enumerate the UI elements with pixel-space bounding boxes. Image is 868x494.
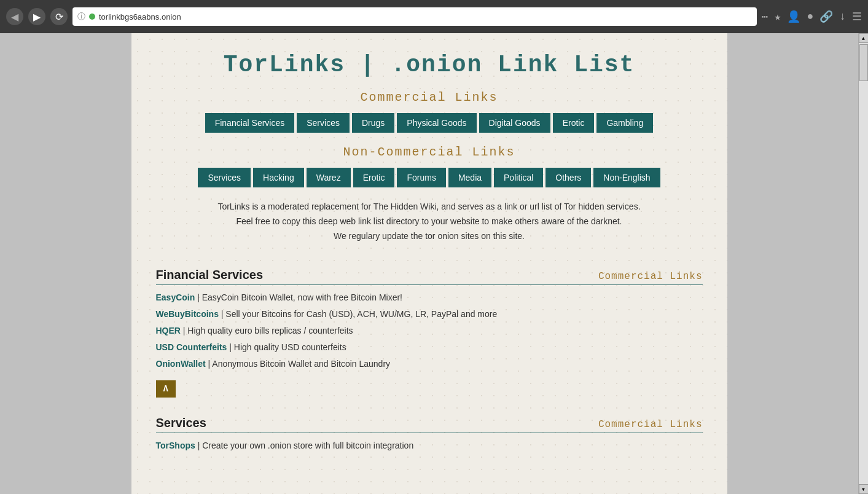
financial-section-label: Commercial Links [598,271,703,282]
nav-services-commercial[interactable]: Services [297,113,350,133]
nav-forums[interactable]: Forums [397,168,445,187]
torshops-link[interactable]: TorShops [156,441,195,450]
desc-line-1: TorLinks is a moderated replacement for … [217,202,640,211]
url-text: torlinkbgs6aabns.onion [99,12,181,22]
services-section-title: Services [156,416,206,430]
hqer-link[interactable]: HQER [156,326,181,335]
extension-icon[interactable]: 🔗 [819,10,833,23]
profile-icon[interactable]: 👤 [787,10,800,23]
ad-box[interactable]: Λ [156,380,176,398]
financial-services-section: Financial Services Commercial Links Easy… [156,268,703,398]
commercial-heading: Commercial Links [156,90,703,104]
nav-erotic-noncommercial[interactable]: Erotic [353,168,395,187]
nav-others[interactable]: Others [545,168,591,187]
list-item: USD Counterfeits | High quality USD coun… [156,341,703,354]
list-item: OnionWallet | Anonymous Bitcoin Wallet a… [156,358,703,370]
browser-toolbar-icons: ⋯ ★ 👤 ● 🔗 ↓ ☰ [762,10,862,23]
onionwallet-desc: | Anonymous Bitcoin Wallet and Bitcoin L… [208,359,391,369]
financial-section-header: Financial Services Commercial Links [156,268,703,285]
page-content: TorLinks | .onion Link List Commercial L… [0,33,858,494]
nav-digital-goods[interactable]: Digital Goods [479,113,550,133]
scrollbar-thumb[interactable] [859,44,868,81]
menu-dots-icon[interactable]: ⋯ [762,10,768,23]
bookmark-icon[interactable]: ★ [775,10,781,23]
nav-media[interactable]: Media [448,168,491,187]
nav-political[interactable]: Political [494,168,543,187]
nav-financial-services[interactable]: Financial Services [205,113,295,133]
nav-drugs[interactable]: Drugs [352,113,394,133]
scrollbar[interactable]: ▲ ▼ [858,33,868,494]
info-icon: ⓘ [77,11,85,22]
secure-dot-icon [89,14,95,20]
scrollbar-down-button[interactable]: ▼ [859,484,869,494]
list-item: HQER | High quality euro bills replicas … [156,324,703,337]
list-item: EasyCoin | EasyCoin Bitcoin Wallet, now … [156,291,703,304]
nav-warez[interactable]: Warez [307,168,351,187]
webuycoin-link[interactable]: WeBuyBitcoins [156,309,219,319]
nav-physical-goods[interactable]: Physical Goods [397,113,476,133]
shield-icon[interactable]: ● [807,10,813,23]
scrollbar-up-button[interactable]: ▲ [859,33,869,43]
site-title: TorLinks | .onion Link List [156,52,703,78]
nav-erotic-commercial[interactable]: Erotic [553,113,595,133]
commercial-nav: Financial Services Services Drugs Physic… [156,113,703,133]
financial-section-title: Financial Services [156,268,264,282]
hqer-desc: | High quality euro bills replicas / cou… [183,326,353,335]
usd-counterfeits-desc: | High quality USD counterfeits [229,342,346,352]
noncommercial-nav: Services Hacking Warez Erotic Forums Med… [156,168,703,187]
back-button[interactable]: ◀ [6,8,23,25]
list-item: WeBuyBitcoins | Sell your Bitcoins for C… [156,308,703,321]
main-container: TorLinks | .onion Link List Commercial L… [131,33,727,494]
list-item: TorShops | Create your own .onion store … [156,439,703,452]
download-icon[interactable]: ↓ [839,10,846,23]
noncommercial-heading: Non-Commercial Links [156,145,703,159]
torshops-desc: | Create your own .onion store with full… [198,441,414,450]
forward-button[interactable]: ▶ [28,8,45,25]
nav-gambling[interactable]: Gambling [596,113,653,133]
reload-button[interactable]: ⟳ [50,8,68,25]
services-section-label: Commercial Links [598,419,703,430]
services-section: Services Commercial Links TorShops | Cre… [156,416,703,452]
nav-non-english[interactable]: Non-English [593,168,660,187]
browser-toolbar: ◀ ▶ ⟳ ⓘ torlinkbgs6aabns.onion ⋯ ★ 👤 ● 🔗… [0,0,868,33]
site-description: TorLinks is a moderated replacement for … [156,200,703,243]
services-section-header: Services Commercial Links [156,416,703,433]
onionwallet-link[interactable]: OnionWallet [156,359,206,369]
usd-counterfeits-link[interactable]: USD Counterfeits [156,342,227,352]
webuybitcoins-desc: | Sell your Bitcoins for Cash (USD), ACH… [221,309,497,319]
hamburger-icon[interactable]: ☰ [852,10,862,23]
address-bar[interactable]: ⓘ torlinkbgs6aabns.onion [72,7,757,26]
desc-line-3: We regulary update the tor onion sites o… [334,231,525,241]
easycoin-link[interactable]: EasyCoin [156,292,195,302]
easycoin-desc: | EasyCoin Bitcoin Wallet, now with free… [197,292,402,302]
desc-line-2: Feel free to copy this deep web link lis… [237,216,622,226]
nav-services-noncommercial[interactable]: Services [198,168,251,187]
nav-hacking[interactable]: Hacking [253,168,304,187]
